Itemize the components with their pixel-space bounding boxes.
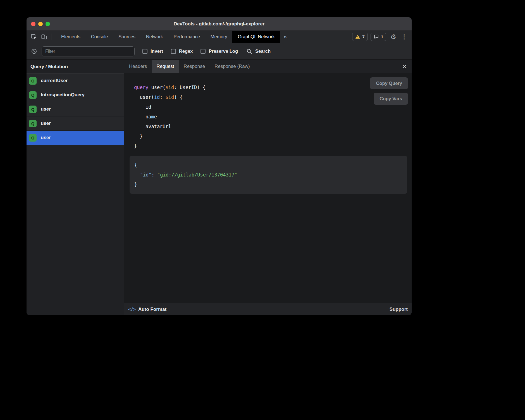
warning-icon — [355, 34, 360, 39]
request-label: user — [41, 135, 51, 140]
devtools-window: DevTools - gitlab.com/-/graphql-explorer… — [27, 17, 412, 315]
filter-input[interactable] — [42, 46, 135, 56]
preserve-log-checkbox-group[interactable]: Preserve Log — [201, 49, 238, 54]
minimize-window-button[interactable] — [38, 22, 43, 26]
query-type-badge: Q — [29, 120, 37, 127]
code-line: avatarUrl — [134, 122, 407, 132]
graphql-query-code: query user($id: UserID) { user(id: $id) … — [134, 83, 407, 151]
query-type-badge: Q — [29, 106, 37, 113]
request-sidebar: Query / Mutation QcurrentUserQIntrospect… — [27, 60, 124, 315]
request-view: query user($id: UserID) { user(id: $id) … — [124, 73, 412, 303]
code-line: } — [134, 141, 407, 151]
toolbar-divider — [51, 34, 51, 40]
regex-checkbox-group[interactable]: Regex — [171, 49, 193, 54]
filter-toolbar: Invert Regex Preserve Log Search — [27, 43, 412, 60]
preserve-log-label: Preserve Log — [209, 49, 238, 54]
issue-count: 1 — [381, 34, 383, 39]
sidebar-header: Query / Mutation — [27, 60, 124, 74]
tabbar-icons — [27, 31, 56, 43]
copy-query-button[interactable]: Copy Query — [370, 77, 408, 89]
detail-tab-headers[interactable]: Headers — [124, 60, 152, 73]
devtools-tabs: ElementsConsoleSourcesNetworkPerformance… — [56, 31, 280, 43]
search-label: Search — [255, 49, 271, 54]
tab-memory[interactable]: Memory — [205, 31, 233, 43]
issues-badge[interactable]: 1 — [371, 33, 386, 41]
code-line: { — [134, 160, 407, 170]
device-toolbar-icon[interactable] — [41, 34, 47, 40]
code-line: } — [134, 180, 407, 190]
window-title: DevTools - gitlab.com/-/graphql-explorer — [174, 21, 265, 27]
tab-console[interactable]: Console — [86, 31, 113, 43]
code-line: user(id: $id) { — [134, 92, 407, 102]
traffic-lights — [31, 17, 50, 30]
tab-graphql-network[interactable]: GraphQL Network — [232, 31, 280, 43]
devtools-tabbar: ElementsConsoleSourcesNetworkPerformance… — [27, 31, 412, 43]
code-line: "id": "gid://gitlab/User/13704317" — [134, 170, 407, 180]
query-type-badge: Q — [29, 77, 37, 85]
settings-gear-icon[interactable]: ⚙ — [389, 34, 397, 40]
regex-checkbox — [171, 49, 176, 54]
tab-performance[interactable]: Performance — [168, 31, 205, 43]
code-line: } — [134, 132, 407, 141]
tab-elements[interactable]: Elements — [56, 31, 86, 43]
detail-tab-request[interactable]: Request — [152, 60, 179, 73]
invert-checkbox-group[interactable]: Invert — [142, 49, 163, 54]
request-list-item[interactable]: QIntrospectionQuery — [27, 88, 124, 102]
detail-tabs: HeadersRequestResponseResponse (Raw) — [124, 60, 255, 73]
preserve-log-checkbox — [201, 49, 206, 54]
request-list-item[interactable]: Quser — [27, 131, 124, 145]
regex-label: Regex — [179, 49, 193, 54]
warnings-badge[interactable]: 7 — [352, 33, 368, 41]
detail-tabbar: HeadersRequestResponseResponse (Raw) × — [124, 60, 412, 73]
detail-tab-response[interactable]: Response — [179, 60, 210, 73]
invert-label: Invert — [151, 49, 163, 54]
main-split: Query / Mutation QcurrentUserQIntrospect… — [27, 60, 412, 315]
code-line: name — [134, 112, 407, 122]
code-line: query user($id: UserID) { — [134, 83, 407, 92]
request-label: user — [41, 121, 51, 126]
request-label: IntrospectionQuery — [41, 92, 85, 98]
more-tabs-chevron[interactable]: » — [280, 31, 290, 43]
detail-tab-response-raw[interactable]: Response (Raw) — [210, 60, 255, 73]
search-toggle[interactable]: Search — [246, 48, 271, 54]
tab-sources[interactable]: Sources — [113, 31, 141, 43]
code-line: id — [134, 102, 407, 112]
auto-format-button[interactable]: Auto Format — [138, 307, 166, 312]
inspect-element-icon[interactable] — [30, 34, 37, 40]
request-label: user — [41, 106, 51, 112]
request-label: currentUser — [41, 78, 68, 83]
invert-checkbox — [142, 49, 147, 54]
close-window-button[interactable] — [31, 22, 35, 26]
variables-box: { "id": "gid://gitlab/User/13704317"} — [130, 156, 407, 194]
tab-network[interactable]: Network — [141, 31, 168, 43]
clear-block-icon[interactable] — [31, 48, 37, 54]
tabbar-right-controls: 7 1 ⚙ ⋮ — [352, 31, 412, 43]
zoom-window-button[interactable] — [46, 22, 50, 26]
query-type-badge: Q — [29, 134, 37, 142]
detail-panel: HeadersRequestResponseResponse (Raw) × q… — [124, 60, 412, 315]
warning-count: 7 — [362, 34, 365, 39]
detail-footer: </> Auto Format Support — [124, 303, 412, 315]
support-link[interactable]: Support — [390, 307, 408, 312]
code-brackets-icon: </> — [128, 307, 136, 312]
request-list-item[interactable]: Quser — [27, 116, 124, 131]
copy-vars-button[interactable]: Copy Vars — [374, 93, 408, 105]
request-list: QcurrentUserQIntrospectionQueryQuserQuse… — [27, 74, 124, 145]
kebab-menu-icon[interactable]: ⋮ — [400, 34, 408, 40]
message-bubble-icon — [374, 34, 379, 39]
request-list-item[interactable]: Quser — [27, 102, 124, 116]
query-type-badge: Q — [29, 91, 37, 99]
search-icon — [246, 48, 252, 54]
graphql-variables-code: { "id": "gid://gitlab/User/13704317"} — [134, 160, 407, 190]
close-panel-icon[interactable]: × — [397, 60, 412, 73]
request-list-item[interactable]: QcurrentUser — [27, 74, 124, 88]
titlebar: DevTools - gitlab.com/-/graphql-explorer — [27, 17, 412, 31]
